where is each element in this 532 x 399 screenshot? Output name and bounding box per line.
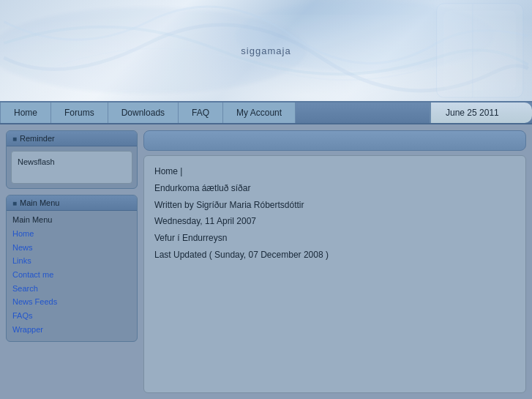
- nav-home[interactable]: Home: [0, 102, 51, 123]
- sidebar: ■ Reminder Newsflash ■ Main Menu Main Me…: [6, 130, 138, 393]
- main-menu-content: Main Menu Home News Links Contact me Sea…: [7, 211, 137, 341]
- reminder-icon: ■: [12, 135, 17, 143]
- content-updated: Last Updated ( Sunday, 07 December 2008 …: [154, 247, 515, 264]
- menu-link-wrapper[interactable]: Wrapper: [12, 323, 131, 337]
- nav-faq[interactable]: FAQ: [179, 102, 223, 123]
- content-author: Written by Sigríður Maria Róbertsdóttir: [154, 197, 515, 214]
- mainmenu-label: Main Menu: [20, 198, 59, 207]
- reminder-box: ■ Reminder Newsflash: [6, 130, 138, 189]
- nav-forums[interactable]: Forums: [51, 102, 108, 123]
- navbar: Home Forums Downloads FAQ My Account Jun…: [0, 102, 532, 124]
- menu-title: Main Menu: [12, 215, 131, 224]
- content-title: Endurkoma áætluð síðar: [154, 180, 515, 197]
- reminder-label: Reminder: [20, 134, 55, 143]
- menu-link-faqs[interactable]: FAQs: [12, 309, 131, 323]
- content-subtitle: Vefur í Endurreysn: [154, 230, 515, 247]
- content-date: Wednesday, 11 April 2007: [154, 213, 515, 230]
- content-area: Home | Endurkoma áætluð síðar Written by…: [143, 130, 526, 393]
- menu-link-search[interactable]: Search: [12, 282, 131, 296]
- mainmenu-box: ■ Main Menu Main Menu Home News Links Co…: [6, 195, 138, 342]
- menu-link-links[interactable]: Links: [12, 254, 131, 268]
- menu-link-home[interactable]: Home: [12, 227, 131, 241]
- nav-downloads[interactable]: Downloads: [108, 102, 179, 123]
- breadcrumb: Home |: [154, 163, 515, 180]
- site-title: siggamaja: [241, 45, 291, 56]
- content-header: [143, 130, 526, 151]
- menu-link-newsfeeds[interactable]: News Feeds: [12, 295, 131, 309]
- svg-rect-3: [443, 11, 516, 90]
- date-display: June 25 2011: [430, 102, 532, 123]
- newsflash-text: Newsflash: [18, 157, 55, 166]
- menu-link-news[interactable]: News: [12, 241, 131, 255]
- date-text: June 25 2011: [446, 108, 499, 118]
- newsflash-content: Newsflash: [11, 151, 132, 184]
- nav-my-account[interactable]: My Account: [223, 102, 296, 123]
- menu-link-contact[interactable]: Contact me: [12, 268, 131, 282]
- content-body: Home | Endurkoma áætluð síðar Written by…: [143, 155, 526, 393]
- reminder-header: ■ Reminder: [7, 131, 137, 146]
- mainmenu-header: ■ Main Menu: [7, 195, 137, 211]
- mainmenu-icon: ■: [12, 199, 17, 207]
- main-area: ■ Reminder Newsflash ■ Main Menu Main Me…: [0, 124, 532, 399]
- site-header: siggamaja: [0, 0, 532, 102]
